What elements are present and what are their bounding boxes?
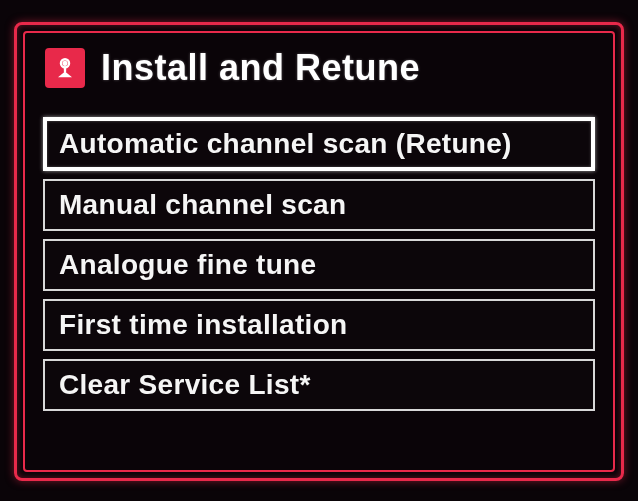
menu-header: Install and Retune [43,47,595,89]
menu-item-first-time-install[interactable]: First time installation [43,299,595,351]
menu-item-clear-service-list[interactable]: Clear Service List* [43,359,595,411]
menu-item-auto-scan[interactable]: Automatic channel scan (Retune) [43,117,595,171]
menu-item-label: Manual channel scan [59,189,346,220]
menu-list: Automatic channel scan (Retune) Manual c… [43,117,595,411]
menu-item-label: Analogue fine tune [59,249,316,280]
page-title: Install and Retune [101,47,420,89]
svg-point-1 [64,62,67,65]
menu-item-label: Automatic channel scan (Retune) [59,128,512,159]
menu-item-manual-scan[interactable]: Manual channel scan [43,179,595,231]
satellite-dish-icon [45,48,85,88]
menu-item-label: First time installation [59,309,348,340]
menu-inner-frame: Install and Retune Automatic channel sca… [23,31,615,472]
menu-item-analogue-tune[interactable]: Analogue fine tune [43,239,595,291]
menu-outer-frame: Install and Retune Automatic channel sca… [14,22,624,481]
menu-item-label: Clear Service List* [59,369,311,400]
